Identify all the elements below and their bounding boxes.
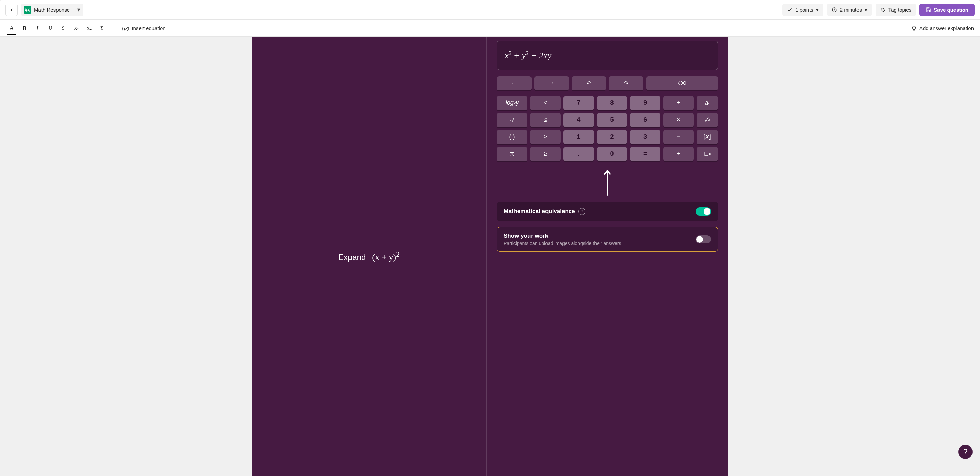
points-dropdown[interactable]: 1 points ▾: [782, 4, 824, 16]
add-explanation-button[interactable]: Add answer explanation: [911, 25, 974, 31]
clock-icon: [832, 7, 837, 13]
keypad--button[interactable]: .: [563, 147, 594, 161]
keypad--button[interactable]: ∟θ: [697, 147, 718, 161]
text-color-button[interactable]: A: [6, 23, 17, 34]
show-work-desc: Participants can upload images alongside…: [504, 241, 621, 246]
tag-topics-label: Tag topics: [888, 7, 912, 13]
caret-down-icon: ▾: [865, 7, 867, 13]
keypad--button[interactable]: ÷: [663, 96, 694, 110]
keypad-a-button[interactable]: a▫: [697, 96, 718, 110]
math-equivalence-option: Mathematical equivalence ?: [497, 202, 718, 221]
keypad--button[interactable]: π: [497, 147, 527, 161]
tag-topics-button[interactable]: Tag topics: [875, 4, 916, 16]
keypad-8-button[interactable]: 8: [597, 96, 627, 110]
keypad--button[interactable]: ▫⁄▫: [697, 113, 718, 127]
save-label: Save question: [934, 7, 969, 13]
tag-icon: [880, 7, 886, 13]
question-type-dropdown[interactable]: f(x) Math Response ▾: [21, 4, 83, 16]
keypad--button[interactable]: ▫√: [497, 113, 527, 127]
prompt-text: Expand: [338, 252, 366, 262]
separator: [113, 24, 113, 33]
keypad--button[interactable]: ×: [663, 113, 694, 127]
help-fab[interactable]: ?: [958, 445, 972, 459]
keypad--button[interactable]: −: [663, 130, 694, 144]
keypad--button[interactable]: =: [630, 147, 660, 161]
undo-button[interactable]: ↶: [572, 76, 606, 90]
caret-down-icon: ▾: [77, 6, 80, 13]
cursor-right-button[interactable]: →: [534, 76, 569, 90]
keypad--button[interactable]: <: [530, 96, 561, 110]
keypad-7-button[interactable]: 7: [563, 96, 594, 110]
keypad-1-button[interactable]: 1: [563, 130, 594, 144]
keypad-5-button[interactable]: 5: [597, 113, 627, 127]
show-work-toggle[interactable]: [695, 235, 711, 243]
italic-button[interactable]: I: [32, 23, 43, 34]
time-label: 2 minutes: [840, 7, 862, 13]
keypad-2-button[interactable]: 2: [597, 130, 627, 144]
help-icon[interactable]: ?: [579, 208, 585, 215]
keypad--button[interactable]: ( ): [497, 130, 527, 144]
show-work-option: Show your work Participants can upload i…: [497, 227, 718, 252]
keypad-x-button[interactable]: ⌈x⌋: [697, 130, 718, 144]
keypad--button[interactable]: >: [530, 130, 561, 144]
question-pane: Expand (x + y)2: [252, 37, 487, 476]
keypad-logxy-button[interactable]: logxy: [497, 96, 527, 110]
show-work-label: Show your work: [504, 233, 621, 240]
bulb-icon: [911, 25, 917, 31]
keypad--button[interactable]: +: [663, 147, 694, 161]
bold-button[interactable]: B: [19, 23, 30, 34]
keypad--button[interactable]: ≥: [530, 147, 561, 161]
back-button[interactable]: [5, 4, 18, 16]
points-label: 1 points: [795, 7, 813, 13]
answer-box[interactable]: x2 + y2 + 2xy: [497, 41, 718, 70]
math-equiv-label: Mathematical equivalence: [504, 208, 575, 215]
keypad-0-button[interactable]: 0: [597, 147, 627, 161]
save-question-button[interactable]: Save question: [920, 4, 975, 16]
keypad-9-button[interactable]: 9: [630, 96, 660, 110]
save-icon: [926, 7, 931, 13]
math-equiv-toggle[interactable]: [695, 208, 711, 216]
backspace-button[interactable]: ⌫: [646, 76, 718, 90]
question-type-label: Math Response: [34, 7, 70, 13]
subscript-button[interactable]: X₁: [84, 23, 95, 34]
fx-icon: ƒ(x): [121, 25, 129, 30]
keypad-4-button[interactable]: 4: [563, 113, 594, 127]
keypad--button[interactable]: ≤: [530, 113, 561, 127]
check-icon: [787, 7, 792, 13]
symbol-button[interactable]: Σ: [97, 23, 108, 34]
cursor-left-button[interactable]: ←: [497, 76, 531, 90]
underline-button[interactable]: U: [45, 23, 56, 34]
chevron-left-icon: [9, 8, 14, 12]
prompt-math: (x + y)2: [372, 250, 400, 262]
arrow-up-icon: [604, 169, 611, 196]
insert-equation-label: Insert equation: [132, 25, 165, 31]
separator: [174, 24, 174, 33]
arrow-hint: [497, 167, 718, 196]
keypad-3-button[interactable]: 3: [630, 130, 660, 144]
keypad-6-button[interactable]: 6: [630, 113, 660, 127]
caret-down-icon: ▾: [816, 7, 819, 13]
insert-equation-button[interactable]: ƒ(x) Insert equation: [119, 24, 169, 32]
strikethrough-button[interactable]: S: [58, 23, 69, 34]
redo-button[interactable]: ↷: [609, 76, 643, 90]
keypad: ←→↶↷⌫ logxy<789÷a▫▫√≤456×▫⁄▫( )>123−⌈x⌋π…: [497, 76, 718, 161]
superscript-button[interactable]: X¹: [71, 23, 82, 34]
add-explanation-label: Add answer explanation: [920, 25, 974, 31]
time-dropdown[interactable]: 2 minutes ▾: [827, 4, 872, 16]
fx-badge: f(x): [24, 6, 31, 14]
answer-expression: x2 + y2 + 2xy: [504, 50, 710, 61]
